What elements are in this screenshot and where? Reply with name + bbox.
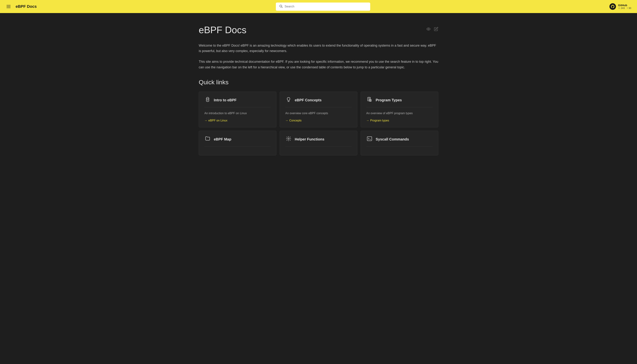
linux-icon [204, 97, 211, 104]
github-link[interactable]: GitHub ☆ 243 ⑂ 30 [609, 3, 631, 10]
card-description: An introduction to eBPF on Linux [204, 111, 271, 116]
svg-point-7 [288, 138, 289, 140]
intro-paragraph-1: Welcome to the eBPF Docs! eBPF is an ama… [199, 43, 438, 54]
card-title: Intro to eBPF [214, 98, 237, 102]
edit-icon[interactable] [434, 27, 438, 32]
card-title: Helper Functions [295, 137, 324, 142]
page-title-row: eBPF Docs [199, 25, 438, 36]
cards-grid: Intro to eBPF An introduction to eBPF on… [199, 92, 438, 155]
menu-button[interactable] [6, 4, 11, 9]
svg-point-3 [207, 98, 207, 99]
card-program-types[interactable]: Program Types An overview of eBPF progra… [361, 92, 438, 128]
github-stars: ☆ 243 [618, 7, 625, 10]
card-header: Helper Functions [285, 136, 352, 146]
card-link[interactable]: → Concepts [285, 119, 352, 122]
card-ebpf-concepts[interactable]: eBPF Concepts An overview core eBPF conc… [280, 92, 357, 128]
svg-point-4 [208, 98, 208, 99]
terminal-icon [366, 136, 373, 143]
card-header: Intro to eBPF [204, 97, 271, 107]
card-description: An overview of eBPF program types [366, 111, 433, 116]
github-icon [609, 3, 616, 10]
main-content: eBPF Docs Welcome to the eBPF Docs! eBPF… [191, 13, 446, 164]
search-bar[interactable] [276, 2, 370, 11]
svg-rect-8 [367, 137, 372, 141]
folder-icon [204, 136, 211, 143]
card-link[interactable]: → eBPF on Linux [204, 119, 271, 122]
card-description: An overview core eBPF concepts [285, 111, 352, 116]
page-title: eBPF Docs [199, 25, 247, 36]
quick-links-title: Quick links [199, 79, 438, 86]
star-icon: ☆ [618, 7, 620, 10]
search-wrapper [41, 2, 605, 11]
svg-point-2 [428, 28, 429, 30]
card-title: Program Types [376, 98, 402, 102]
github-stats: ☆ 243 ⑂ 30 [618, 7, 631, 10]
card-title: eBPF Map [214, 137, 231, 142]
intro-paragraph-2: This site aims to provide technical docu… [199, 59, 438, 70]
wrench-icon [285, 136, 292, 143]
search-input[interactable] [285, 5, 367, 8]
lightbulb-icon [285, 97, 292, 104]
card-link[interactable]: → Program types [366, 119, 433, 122]
doc-icon [366, 97, 373, 104]
card-syscall-commands[interactable]: Syscall Commands [361, 131, 438, 155]
card-header: Syscall Commands [366, 136, 433, 146]
site-logo: eBPF Docs [16, 4, 37, 9]
card-header: eBPF Map [204, 136, 271, 146]
card-title: eBPF Concepts [295, 98, 322, 102]
card-title: Syscall Commands [376, 137, 409, 142]
card-header: eBPF Concepts [285, 97, 352, 107]
card-ebpf-map[interactable]: eBPF Map [199, 131, 276, 155]
card-helper-functions[interactable]: Helper Functions [280, 131, 357, 155]
github-label: GitHub [618, 4, 631, 7]
card-intro-ebpf[interactable]: Intro to eBPF An introduction to eBPF on… [199, 92, 276, 128]
preview-icon[interactable] [426, 27, 431, 32]
fork-icon: ⑂ [627, 7, 628, 10]
search-icon [279, 4, 283, 9]
github-forks: ⑂ 30 [627, 7, 631, 10]
header: eBPF Docs GitHub ☆ 243 [0, 0, 637, 13]
svg-line-1 [282, 7, 283, 8]
page-actions [426, 25, 438, 32]
github-info: GitHub ☆ 243 ⑂ 30 [618, 4, 631, 10]
card-header: Program Types [366, 97, 433, 107]
